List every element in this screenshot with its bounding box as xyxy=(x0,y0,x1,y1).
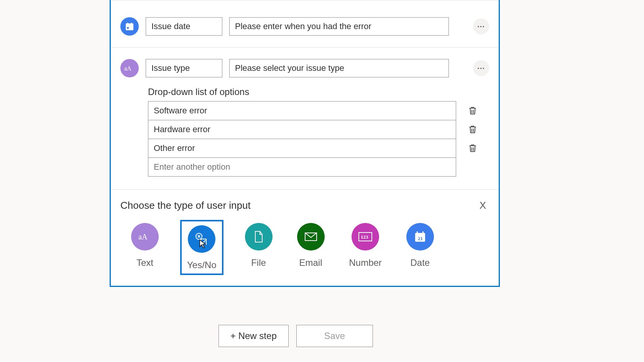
footer-buttons: + New step Save xyxy=(219,325,373,347)
calendar-icon xyxy=(120,17,139,36)
input-type-email[interactable]: Email xyxy=(294,220,328,275)
type-label: Yes/No xyxy=(187,260,217,270)
svg-rect-2 xyxy=(127,27,129,29)
dropdown-option-input[interactable] xyxy=(148,101,456,120)
dropdown-option-row xyxy=(148,157,489,176)
input-type-text[interactable]: aA Text xyxy=(128,220,162,275)
input-type-yesno[interactable]: Yes/No xyxy=(180,220,223,275)
dropdown-option-input[interactable] xyxy=(148,120,456,139)
input-type-chooser: Choose the type of user input X aA Text xyxy=(111,190,499,286)
mouse-cursor-icon xyxy=(199,239,207,249)
dropdown-option-row xyxy=(148,101,489,120)
dropdown-option-row xyxy=(148,120,489,139)
field-row-issue-date: ··· xyxy=(120,17,489,36)
field-row-issue-type: aA ··· xyxy=(120,59,489,77)
file-icon xyxy=(245,223,273,251)
svg-rect-4 xyxy=(131,23,132,24)
field-prompt-input[interactable] xyxy=(229,59,449,77)
trash-icon[interactable] xyxy=(468,143,478,154)
save-button[interactable]: Save xyxy=(296,325,373,347)
field-prompt-input[interactable] xyxy=(229,17,449,36)
type-label: Text xyxy=(136,257,153,268)
new-step-button[interactable]: + New step xyxy=(219,325,289,347)
field-name-input[interactable] xyxy=(146,17,222,36)
type-label: Email xyxy=(299,257,322,268)
svg-text:aA: aA xyxy=(138,233,148,241)
input-type-date[interactable]: 21 Date xyxy=(403,220,437,275)
trash-icon[interactable] xyxy=(468,124,478,135)
more-menu-button[interactable]: ··· xyxy=(473,60,489,76)
flow-card: ··· aA ··· Drop-down list of options xyxy=(110,0,500,287)
type-label: File xyxy=(251,257,266,268)
yesno-icon xyxy=(188,225,215,253)
text-icon: aA xyxy=(131,223,159,251)
number-icon: 123 xyxy=(352,223,379,251)
chooser-title: Choose the type of user input xyxy=(120,200,251,211)
input-type-file[interactable]: File xyxy=(242,220,276,275)
svg-text:123: 123 xyxy=(361,234,368,240)
dropdown-add-option-input[interactable] xyxy=(148,157,456,177)
dropdown-option-row xyxy=(148,139,489,157)
dropdown-options-list xyxy=(148,101,489,176)
type-label: Date xyxy=(411,257,430,268)
input-type-number[interactable]: 123 Number xyxy=(346,220,385,275)
svg-rect-13 xyxy=(417,231,418,234)
email-icon xyxy=(297,223,325,251)
svg-rect-14 xyxy=(422,231,424,234)
text-aa-icon: aA xyxy=(120,59,139,77)
trash-icon[interactable] xyxy=(468,105,478,116)
svg-rect-3 xyxy=(127,23,128,24)
field-name-input[interactable] xyxy=(146,59,222,77)
more-menu-button[interactable]: ··· xyxy=(473,18,489,34)
dropdown-option-input[interactable] xyxy=(148,139,456,158)
svg-text:21: 21 xyxy=(418,236,423,241)
type-label: Number xyxy=(349,257,382,268)
calendar-icon: 21 xyxy=(406,223,434,251)
close-chooser-button[interactable]: X xyxy=(476,198,489,213)
svg-text:aA: aA xyxy=(124,65,131,72)
dropdown-options-label: Drop-down list of options xyxy=(148,87,489,97)
